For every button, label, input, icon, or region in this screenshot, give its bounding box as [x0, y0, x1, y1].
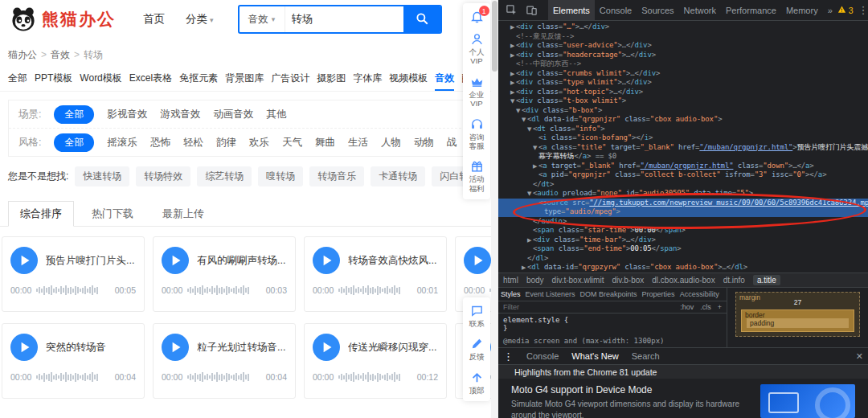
warning-badge[interactable]: 3 — [837, 5, 854, 15]
suggest-tag[interactable]: 快速转场 — [75, 166, 129, 186]
scrollbar-thumb[interactable] — [492, 1, 497, 72]
devtools-tab-»[interactable]: » — [823, 0, 837, 20]
devtools-tab-network[interactable]: Network — [679, 0, 721, 20]
category-tab[interactable]: 字体库 — [353, 72, 382, 91]
category-tab[interactable]: 摄影图 — [317, 72, 346, 91]
styles-tab-accessibility[interactable]: Accessibility — [678, 290, 722, 298]
sidebar-item-user[interactable]: 个人VIP — [468, 32, 485, 66]
hov-toggle[interactable]: :hov — [680, 303, 694, 311]
expand-arrow-icon[interactable]: ▶ — [509, 79, 516, 88]
category-tab[interactable]: 广告设计 — [271, 72, 309, 91]
category-tab[interactable]: Word模板 — [80, 72, 121, 91]
category-tab[interactable]: 音效 — [435, 72, 454, 91]
play-button[interactable] — [464, 247, 491, 274]
dom-tree-node[interactable]: ▶<div class="time-bar">…</div> — [498, 236, 868, 245]
devtools-tab-elements[interactable]: Elements — [548, 0, 595, 20]
kebab-menu-icon[interactable]: ⋮ — [858, 4, 868, 16]
dom-tree-node[interactable]: ▼<dl data-id="qrgpnjzr" class="cbox audi… — [498, 115, 868, 125]
expand-arrow-icon[interactable]: ▶ — [509, 23, 516, 33]
dom-tree-node[interactable]: ▼<dt class="info"> — [498, 125, 868, 134]
dom-breadcrumb-item[interactable]: div.t-box.wlimit — [552, 276, 604, 285]
play-button[interactable] — [162, 334, 189, 361]
waveform-seek-bar[interactable] — [187, 371, 260, 383]
devtools-tab-memory[interactable]: Memory — [781, 0, 823, 20]
breadcrumb-item[interactable]: 音效 — [51, 49, 70, 60]
suggest-tag[interactable]: 卡通转场 — [371, 166, 425, 186]
expand-arrow-icon[interactable]: ▶ — [520, 264, 527, 273]
filter-option[interactable]: 舞曲 — [315, 136, 335, 150]
dom-tree-node[interactable]: 幕字幕转场</a> == $0 — [498, 152, 868, 162]
site-logo[interactable]: 熊猫办公 — [10, 6, 116, 33]
filter-option[interactable]: 其他 — [266, 108, 286, 121]
filter-option[interactable]: 天气 — [282, 136, 302, 150]
play-button[interactable] — [162, 247, 189, 274]
drawer-tab-console[interactable]: Console — [520, 348, 565, 364]
new-style-rule-button[interactable]: + — [718, 303, 722, 311]
category-tab[interactable]: 全部 — [8, 72, 27, 91]
category-tab[interactable]: Excel表格 — [129, 72, 172, 91]
styles-tab-styles[interactable]: Styles — [498, 290, 523, 298]
box-model-margin-top-value[interactable]: 27 — [794, 298, 801, 306]
dom-tree-node[interactable]: ▼<a class="title" target="_blank" href="… — [498, 143, 868, 153]
sidebar-item-gift[interactable]: 活动福利 — [468, 159, 485, 193]
audio-card-title[interactable]: 有风的唰唰声转场... — [197, 254, 285, 268]
audio-card-title[interactable]: 预告片嗖打门片头... — [46, 254, 134, 268]
waveform-seek-bar[interactable] — [36, 285, 109, 296]
filter-option[interactable]: 影视音效 — [107, 108, 147, 121]
dom-tree-node[interactable]: ▶<div class="…">…</div> — [498, 23, 868, 32]
filter-option[interactable]: 摇滚乐 — [107, 136, 137, 150]
box-model-margin[interactable]: margin 27 border padding — [735, 292, 860, 337]
filter-option-active[interactable]: 全部 — [54, 133, 94, 152]
play-button[interactable] — [10, 334, 38, 361]
styles-tab-event-listeners[interactable]: Event Listeners — [523, 290, 578, 298]
filter-option[interactable]: 韵律 — [216, 136, 236, 150]
device-toolbar-icon[interactable] — [522, 4, 542, 16]
box-model-padding[interactable]: padding — [747, 318, 849, 328]
sidebar-item-bell[interactable]: 1 — [470, 10, 484, 23]
filter-option[interactable]: 恐怖 — [150, 136, 170, 150]
sidebar-item-headset[interactable]: 咨询客服 — [468, 117, 485, 151]
drawer-kebab-icon[interactable]: ⋮ — [503, 350, 514, 363]
dom-tree-node[interactable]: ▶<div class="crumbs wlimit">…</div> — [498, 69, 868, 79]
styles-filter-input[interactable]: Filter — [503, 303, 674, 311]
waveform-seek-bar[interactable] — [338, 285, 411, 296]
styles-tab-dom-breakpoints[interactable]: DOM Breakpoints — [578, 290, 640, 298]
dom-tree-node[interactable]: </audio> — [498, 217, 868, 227]
dom-tree-node[interactable]: ▼<audio preload="none" id="audio30595" d… — [498, 189, 868, 199]
dom-tree-node[interactable]: <span class="end-time">00:05</span> — [498, 244, 868, 254]
expand-arrow-icon[interactable]: ▼ — [509, 97, 516, 107]
dom-tree-node[interactable]: ▶<div class="hot-topic">…</div> — [498, 88, 868, 97]
filter-option[interactable]: 游戏音效 — [160, 108, 200, 121]
audio-card-title[interactable]: 粒子光划过转场音... — [197, 341, 285, 354]
dom-tree-node[interactable]: </dt> — [498, 180, 868, 190]
category-tab[interactable]: 免抠元素 — [179, 72, 218, 91]
waveform-seek-bar[interactable] — [338, 371, 411, 383]
cls-toggle[interactable]: .cls — [700, 303, 711, 311]
sidebar-item-chat[interactable]: 联系 — [468, 304, 485, 328]
dom-tree-node[interactable]: <!--意见反馈--> — [498, 32, 868, 42]
filter-option[interactable]: 动物 — [414, 136, 434, 150]
filter-option[interactable]: 欢乐 — [249, 136, 269, 150]
page-scrollbar[interactable] — [491, 0, 498, 418]
suggest-tag[interactable]: 转场音乐 — [309, 166, 364, 186]
dom-tree-node[interactable]: ▶<dl data-id="qrgpzyrw" class="cbox audi… — [498, 263, 868, 273]
styles-tab-properties[interactable]: Properties — [640, 290, 678, 298]
dom-breadcrumb-item[interactable]: dl.cbox.audio-box — [652, 276, 714, 285]
dom-tree-node[interactable]: ▼<div class="t-box wlimit"> — [498, 96, 868, 106]
dom-tree-node[interactable]: <a pid="qrgpnjzr" class="collect b-colle… — [498, 170, 868, 180]
expand-arrow-icon[interactable]: ▶ — [509, 42, 516, 51]
breadcrumb-item[interactable]: 转场 — [84, 49, 103, 60]
dom-tree-node[interactable]: ▼<div class="b-box"> — [498, 106, 868, 116]
dom-tree-node[interactable]: ▶<div class="user-advice">…</div> — [498, 41, 868, 51]
play-button[interactable] — [313, 247, 340, 274]
waveform-seek-bar[interactable] — [187, 285, 260, 296]
breadcrumb-item[interactable]: 猫办公 — [8, 49, 37, 60]
sidebar-item-crown[interactable]: 企业VIP — [468, 75, 485, 109]
element-style-rule[interactable]: element.style { — [503, 316, 722, 325]
search-category-dropdown[interactable]: 音效 ▾ — [240, 6, 285, 32]
dom-tree-node[interactable]: <source src="//img.tukuppt.com/newprevie… — [498, 199, 868, 208]
audio-card-title[interactable]: 突然的转场音 — [46, 341, 106, 354]
dom-tree-node[interactable]: </dl> — [498, 254, 868, 264]
devtools-tab-sources[interactable]: Sources — [637, 0, 678, 20]
drawer-tab-search[interactable]: Search — [625, 348, 666, 364]
